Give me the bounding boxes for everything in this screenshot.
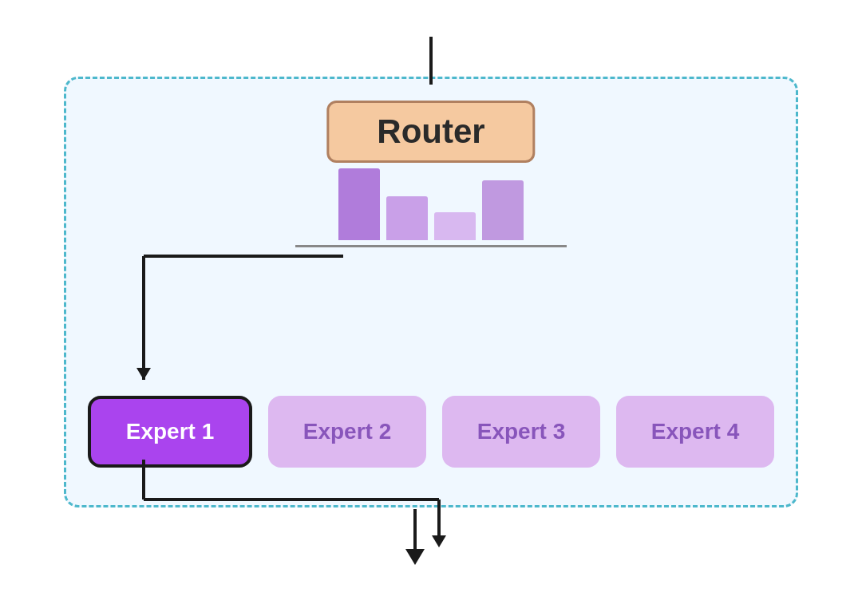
router-box: Router <box>326 101 535 163</box>
bar-chart <box>295 168 567 247</box>
expert-3-label: Expert 3 <box>477 419 566 444</box>
diagram-container: Router Expert 1 Expert 2 Expert <box>48 37 814 579</box>
expert-1-label: Expert 1 <box>126 419 215 444</box>
expert-box-4: Expert 4 <box>616 396 774 468</box>
bottom-output-arrow <box>399 509 431 573</box>
bar-1 <box>338 168 380 240</box>
svg-marker-8 <box>405 549 425 565</box>
router-label: Router <box>377 113 484 150</box>
expert-4-label: Expert 4 <box>651 419 740 444</box>
top-arrow <box>429 37 433 85</box>
expert-box-1: Expert 1 <box>88 396 252 468</box>
expert-2-label: Expert 2 <box>303 419 392 444</box>
svg-marker-6 <box>432 535 446 547</box>
bar-4 <box>482 180 524 240</box>
bar-3 <box>434 212 476 240</box>
experts-row: Expert 1 Expert 2 Expert 3 Expert 4 <box>88 396 774 468</box>
expert-box-2: Expert 2 <box>268 396 426 468</box>
bar-2 <box>386 196 428 240</box>
expert-box-3: Expert 3 <box>442 396 600 468</box>
